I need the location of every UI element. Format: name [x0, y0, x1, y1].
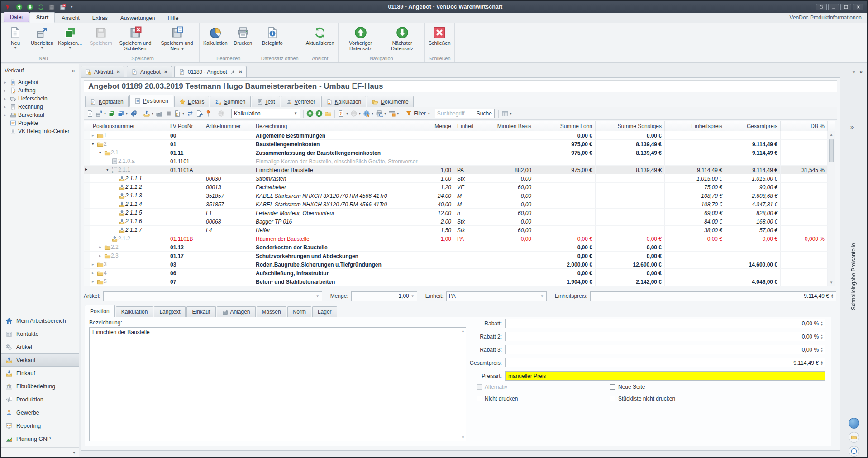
cell-lv[interactable]: 01 [167, 140, 203, 148]
chevron-down-icon[interactable]: ▾ [396, 111, 400, 115]
kopieren-button[interactable]: Kopieren...▾ [56, 24, 84, 55]
cell-minuten[interactable] [479, 148, 534, 157]
cell-bez[interactable]: Leitender Monteur, Obermonteur [253, 209, 418, 217]
cell-positionsnummer[interactable]: 2.1.2 [90, 234, 167, 243]
cell-lv[interactable] [167, 200, 203, 209]
cell-ep[interactable]: 75,00 € [665, 183, 725, 191]
cell-art[interactable]: 00068 [203, 217, 253, 226]
cell-sonst[interactable] [596, 200, 665, 209]
sidebar-item-angebot[interactable]: ▸Angebot [1, 78, 79, 86]
cell-lohn[interactable]: 975,00 € [534, 148, 596, 157]
cell-ep[interactable] [665, 148, 725, 157]
cell-sonst[interactable] [596, 191, 665, 200]
menge-input[interactable]: 1,00▼ [351, 291, 417, 301]
detail-tab-lager[interactable]: Lager [312, 306, 337, 317]
table-row[interactable]: ▸303Roden,Baugrube,Sicherungen u.Tiefgrü… [84, 260, 835, 269]
cell-positionsnummer[interactable]: ▸2.3 [90, 252, 167, 260]
win-min-button[interactable] [828, 4, 839, 10]
qat-save-close-icon[interactable] [58, 3, 67, 11]
cell-lv[interactable] [167, 191, 203, 200]
toolbar-circle-down-button[interactable] [315, 109, 324, 119]
cell-minuten[interactable]: 0,00 [479, 234, 534, 243]
cell-einheit[interactable]: Stk [454, 226, 479, 234]
cell-db[interactable] [781, 200, 828, 209]
qat-refresh-green-icon[interactable] [36, 3, 45, 11]
cell-minuten[interactable] [479, 277, 534, 286]
cell-art[interactable] [203, 269, 253, 277]
chevron-down-icon[interactable]: ▾ [371, 111, 375, 115]
cell-bez[interactable]: Sonderkosten der Baustelle [253, 243, 418, 252]
panel-folder-button[interactable] [849, 432, 859, 443]
cell-db[interactable] [781, 252, 828, 260]
pin-tab-icon[interactable] [230, 69, 235, 75]
expander-collapsed-icon[interactable]: ▸ [92, 271, 97, 275]
cell-einheit[interactable] [454, 252, 479, 260]
cell-art[interactable]: 00013 [203, 183, 253, 191]
cell-db[interactable] [781, 140, 828, 148]
field-input-rabatt-3[interactable]: 0,00 %▲▼ [505, 345, 825, 354]
toolbar-euro-doc-button[interactable]: € [173, 109, 182, 119]
cell-gp[interactable] [725, 131, 781, 140]
toolbar-pin-button[interactable] [204, 109, 213, 119]
toolbar-folder-button[interactable] [324, 109, 333, 119]
toolbar-sigma-doc-button[interactable]: Σ [337, 109, 346, 119]
cell-lohn[interactable]: 0,00 € [534, 234, 596, 243]
cell-bez[interactable]: Facharbeiter [253, 183, 418, 191]
cell-sonst[interactable] [596, 174, 665, 183]
column-header-einheitspreis[interactable]: Einheitspreis [665, 121, 725, 131]
cell-gp[interactable]: 57,00 € [725, 226, 781, 234]
table-row[interactable]: 2.1.1.3351857KABEL Starkstrom NHXCH 3X12… [84, 191, 835, 200]
column-header-summe-lohn[interactable]: Summe Lohn [534, 121, 596, 131]
cell-einheit[interactable] [454, 157, 479, 166]
cell-menge[interactable]: 1,00 [418, 234, 454, 243]
cell-minuten[interactable] [479, 157, 534, 166]
cell-db[interactable] [781, 209, 828, 217]
doc-tab-01189-angebot[interactable]: 01189 - Angebot× [174, 66, 247, 78]
cell-positionsnummer[interactable]: 2.1.1.6 [90, 217, 167, 226]
toolbar-barcode-button[interactable] [164, 109, 173, 119]
cell-db[interactable] [781, 260, 828, 269]
detail-tab-kalkulation[interactable]: Kalkulation [116, 306, 153, 317]
cell-lohn[interactable]: 0,00 € [534, 269, 596, 277]
cell-lv[interactable] [167, 183, 203, 191]
cell-db[interactable] [781, 131, 828, 140]
cell-einheit[interactable]: PA [454, 166, 479, 174]
cell-lohn[interactable] [534, 157, 596, 166]
menu-auswertungen[interactable]: Auswertungen [114, 13, 161, 23]
search-input[interactable] [435, 110, 474, 117]
cell-positionsnummer[interactable]: ▾2 [90, 140, 167, 148]
column-header-positionsnummer[interactable]: Positionsnummer [90, 121, 167, 131]
cell-sonst[interactable]: 0,00 € [596, 269, 665, 277]
tab-vertreter[interactable]: Vertreter [281, 96, 320, 107]
cell-lohn[interactable] [534, 209, 596, 217]
cell-art[interactable] [203, 166, 253, 174]
detail-tab-anlagen[interactable]: Anlagen [217, 306, 256, 317]
cell-menge[interactable] [418, 252, 454, 260]
spinner-icon[interactable]: ▲▼ [820, 347, 823, 353]
cell-menge[interactable] [418, 277, 454, 286]
cell-bez[interactable]: Räumen der Baustelle [253, 234, 418, 243]
cell-bez[interactable]: Roden,Baugrube,Sicherungen u.Tiefgründun… [253, 260, 418, 269]
cell-lohn[interactable]: 0,00 € [534, 252, 596, 260]
expander-collapsed-icon[interactable]: ▸ [4, 113, 8, 117]
cell-minuten[interactable]: 0,00 [479, 200, 534, 209]
cell-bez[interactable]: Bagger TP 016 [253, 217, 418, 226]
cell-minuten[interactable]: 0,00 [479, 191, 534, 200]
close-icon[interactable]: × [117, 69, 120, 75]
cell-lohn[interactable]: 0,00 € [534, 243, 596, 252]
filter-button[interactable]: Filter▾ [404, 110, 433, 117]
chevron-down-icon[interactable]: ▾ [384, 111, 387, 115]
cell-einheit[interactable] [454, 260, 479, 269]
cell-art[interactable]: 351857 [203, 200, 253, 209]
spinner-icon[interactable]: ▲▼ [831, 293, 834, 299]
chevron-down-icon[interactable]: ▾ [151, 111, 155, 115]
toolbar-print-preview-button[interactable] [375, 109, 384, 119]
sidebar-item-barverkauf[interactable]: ▸Barverkauf [1, 111, 79, 119]
überleiten-button[interactable]: Überleiten▾ [29, 24, 56, 55]
cell-db[interactable] [781, 243, 828, 252]
panel-info-button[interactable] [849, 446, 859, 457]
qat-dropdown-icon[interactable]: ▾ [69, 5, 75, 9]
tab-dokumente[interactable]: Dokumente [367, 96, 413, 107]
cell-art[interactable]: 00030 [203, 174, 253, 183]
cell-minuten[interactable] [479, 131, 534, 140]
